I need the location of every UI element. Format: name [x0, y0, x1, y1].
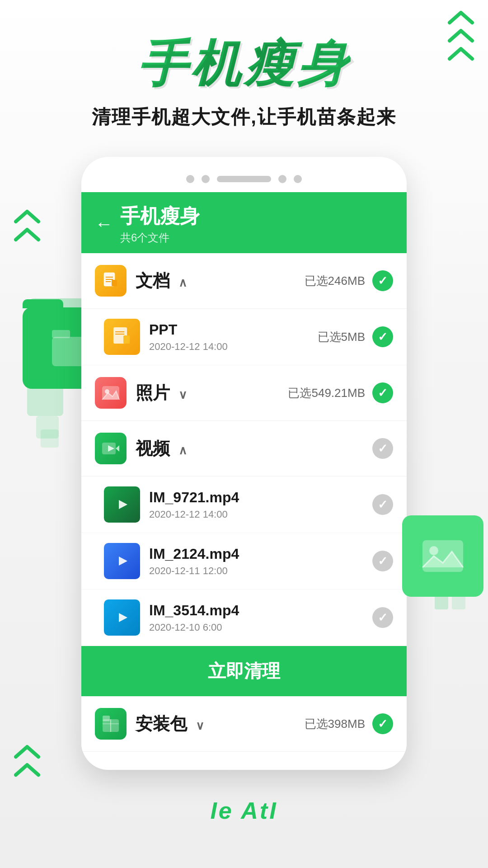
file-video2[interactable]: lM_2124.mp4 2020-12-11 12:00 ✓: [81, 533, 407, 590]
video2-thumb: [104, 543, 140, 579]
svg-rect-9: [112, 280, 117, 286]
photos-size: 已选549.21MB: [288, 385, 365, 401]
video2-date: 2020-12-11 12:00: [149, 565, 372, 577]
video3-date: 2020-12-10 6:00: [149, 622, 372, 633]
video1-check[interactable]: ✓: [372, 494, 393, 515]
docs-size: 已选246MB: [305, 273, 365, 289]
svg-rect-23: [103, 716, 110, 721]
phone-top-bar: [81, 170, 407, 192]
file-video3[interactable]: lM_3514.mp4 2020-12-10 6:00 ✓: [81, 590, 407, 646]
back-button[interactable]: ←: [95, 214, 113, 234]
video2-check[interactable]: ✓: [372, 551, 393, 571]
file-video1[interactable]: lM_9721.mp4 2020-12-12 14:00 ✓: [81, 476, 407, 533]
category-packages[interactable]: 安装包 ∨ 已选398MB ✓: [81, 696, 407, 752]
main-title: 手机瘦身: [137, 36, 351, 91]
svg-point-3: [429, 546, 438, 555]
ppt-date: 2020-12-12 14:00: [149, 341, 318, 353]
packages-check[interactable]: ✓: [372, 713, 393, 734]
svg-marker-17: [116, 445, 119, 452]
video2-name: lM_2124.mp4: [149, 546, 372, 562]
svg-marker-21: [119, 613, 127, 622]
ppt-check[interactable]: ✓: [372, 326, 393, 347]
ppt-info: PPT 2020-12-12 14:00: [149, 321, 318, 353]
ppt-size: 已选5MB: [318, 329, 365, 345]
videos-chevron: ∧: [178, 443, 187, 457]
packages-category-name: 安装包 ∨: [136, 712, 305, 736]
videos-check[interactable]: ✓: [372, 438, 393, 459]
file-ppt[interactable]: PPT 2020-12-12 14:00 已选5MB ✓: [81, 309, 407, 365]
bottom-text-section: Ie AtI: [0, 770, 488, 860]
video2-info: lM_2124.mp4 2020-12-11 12:00: [149, 546, 372, 577]
deco-image: [402, 515, 483, 597]
title-section: 手机瘦身 清理手机超大文件,让手机苗条起来: [0, 0, 488, 130]
category-docs[interactable]: 文档 ∧ 已选246MB ✓: [81, 253, 407, 309]
videos-category-name: 视频 ∧: [136, 437, 365, 460]
deco-chevrons-left: [14, 208, 41, 242]
video3-info: lM_3514.mp4 2020-12-10 6:00: [149, 602, 372, 633]
video3-check[interactable]: ✓: [372, 607, 393, 628]
phone-speaker: [217, 176, 271, 182]
phone-dot-4: [294, 175, 302, 183]
photos-chevron: ∨: [178, 388, 187, 401]
phone-mockup: ← 手机瘦身 共6个文件 文档 ∧ 已选246: [81, 157, 407, 770]
category-videos[interactable]: 视频 ∧ ✓: [81, 421, 407, 476]
category-photos[interactable]: 照片 ∨ 已选549.21MB ✓: [81, 365, 407, 421]
svg-rect-1: [52, 330, 70, 338]
header-subtitle: 共6个文件: [120, 231, 200, 245]
packages-size: 已选398MB: [305, 716, 365, 732]
video1-info: lM_9721.mp4 2020-12-12 14:00: [149, 489, 372, 520]
app-header: ← 手机瘦身 共6个文件: [81, 192, 407, 253]
header-title: 手机瘦身: [120, 203, 200, 230]
video-category-icon: [95, 433, 127, 464]
video1-name: lM_9721.mp4: [149, 489, 372, 506]
phone-dot-1: [186, 175, 194, 183]
deco-square-3: [41, 429, 59, 448]
svg-marker-19: [119, 500, 127, 509]
docs-category-name: 文档 ∧: [136, 269, 305, 292]
ppt-thumb: [104, 319, 140, 355]
deco-square-1: [27, 380, 63, 416]
docs-check[interactable]: ✓: [372, 270, 393, 291]
video1-date: 2020-12-12 14:00: [149, 509, 372, 520]
phone-dot-3: [278, 175, 286, 183]
docs-chevron: ∧: [178, 276, 187, 289]
subtitle: 清理手机超大文件,让手机苗条起来: [0, 104, 488, 130]
video1-thumb: [104, 486, 140, 523]
clean-button[interactable]: 立即清理: [81, 646, 407, 696]
phone-dot-2: [202, 175, 210, 183]
ppt-name: PPT: [149, 321, 318, 338]
package-category-icon: [95, 708, 127, 740]
photos-check[interactable]: ✓: [372, 382, 393, 403]
bottom-text: Ie AtI: [36, 797, 452, 824]
packages-chevron: ∨: [196, 719, 204, 732]
video3-name: lM_3514.mp4: [149, 602, 372, 619]
deco-chevrons-left-bottom: [14, 743, 41, 778]
video3-thumb: [104, 599, 140, 636]
svg-rect-11: [123, 335, 130, 344]
doc-category-icon: [95, 265, 127, 297]
photo-category-icon: [95, 377, 127, 409]
photos-category-name: 照片 ∨: [136, 382, 288, 405]
svg-marker-20: [119, 557, 127, 566]
file-list: 文档 ∧ 已选246MB ✓ PPT 2020-12-12 14:00: [81, 253, 407, 752]
